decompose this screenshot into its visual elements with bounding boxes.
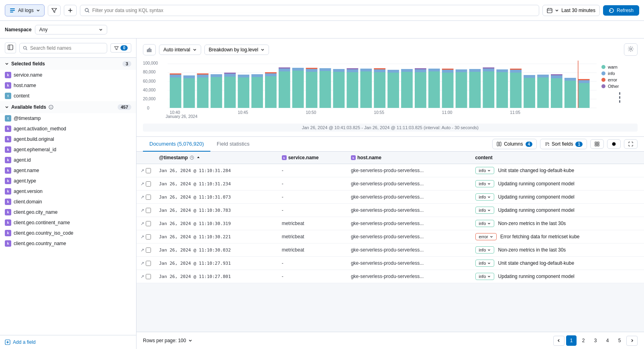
cell-timestamp: Jan 26, 2024 @ 11:10:30.221 — [155, 230, 278, 243]
prev-page-button[interactable] — [553, 336, 565, 346]
field-agent-build[interactable]: k agent.build.original — [0, 134, 136, 144]
table-wrapper: @timestamp k service.name — [137, 152, 644, 332]
row-expand-button[interactable]: ↗ — [141, 221, 144, 226]
row-expand-button[interactable]: ↗ — [141, 181, 144, 187]
svg-text:January 26, 2024: January 26, 2024 — [166, 114, 198, 119]
log-level-badge[interactable]: info — [475, 193, 495, 201]
sort-fields-button[interactable]: Sort fields 1 — [540, 139, 587, 149]
field-agent-version[interactable]: k agent.version — [0, 186, 136, 197]
time-range-button[interactable]: Last 30 minutes — [542, 5, 600, 16]
page-4[interactable]: 4 — [602, 335, 613, 346]
field-agent-type[interactable]: k agent.type — [0, 176, 136, 186]
chart-time-label: Jan 26, 2024 @ 10:41:03.825 - Jan 26, 20… — [143, 124, 638, 132]
row-expand-button[interactable]: ↗ — [141, 195, 144, 200]
log-level-badge[interactable]: info — [475, 273, 495, 280]
row-checkbox[interactable] — [146, 274, 151, 279]
cell-content: info Unit state changed log-default-kube — [471, 164, 644, 177]
row-checkbox[interactable] — [146, 248, 151, 253]
field-agent-name[interactable]: k agent.name — [0, 165, 136, 176]
columns-count: 4 — [526, 142, 533, 147]
panel-toggle-button[interactable] — [5, 43, 16, 53]
row-checkbox[interactable] — [146, 181, 151, 187]
all-logs-button[interactable]: All logs — [5, 4, 45, 16]
auto-interval-button[interactable]: Auto interval — [159, 45, 201, 55]
page-3[interactable]: 3 — [590, 335, 601, 346]
col-service[interactable]: k service.name — [278, 152, 347, 164]
refresh-button[interactable]: Refresh — [603, 5, 639, 16]
log-level-badge[interactable]: info — [475, 260, 495, 267]
field-client-domain[interactable]: k client.domain — [0, 197, 136, 207]
row-expand-button[interactable]: ↗ — [141, 274, 144, 279]
field-host-name[interactable]: k host.name — [0, 80, 136, 91]
breakdown-button[interactable]: Breakdown by log.level — [204, 45, 269, 55]
cell-service: - — [278, 204, 347, 217]
svg-rect-40 — [238, 77, 249, 108]
field-client-country-code[interactable]: k client.geo.country_iso_code — [0, 228, 136, 238]
field-timestamp[interactable]: t @timestamp — [0, 113, 136, 124]
selected-fields-section[interactable]: Selected fields 3 — [0, 58, 136, 70]
chart-type-button[interactable] — [143, 44, 156, 55]
field-agent-ephemeral[interactable]: k agent.ephemeral_id — [0, 144, 136, 155]
add-field-button[interactable]: Add a field — [0, 335, 136, 349]
svg-rect-10 — [147, 49, 148, 52]
grid-view-button[interactable] — [590, 139, 604, 149]
page-1[interactable]: 1 — [566, 335, 577, 346]
cell-timestamp: Jan 26, 2024 @ 11:10:30.783 — [155, 204, 278, 217]
namespace-select[interactable]: Any — [35, 25, 107, 34]
field-agent-activation[interactable]: k agent.activation_method — [0, 124, 136, 134]
next-page-button[interactable] — [626, 336, 638, 346]
chevron-available-icon — [5, 105, 9, 109]
columns-button[interactable]: Columns 4 — [492, 139, 537, 149]
search-fields-text[interactable] — [30, 45, 104, 51]
page-2[interactable]: 2 — [578, 335, 589, 346]
field-client-city[interactable]: k client.geo.city_name — [0, 207, 136, 217]
page-5[interactable]: 5 — [614, 335, 625, 346]
log-level-badge[interactable]: info — [475, 220, 495, 227]
svg-text:10:55: 10:55 — [374, 110, 384, 115]
row-expand-button[interactable]: ↗ — [141, 234, 144, 239]
log-level-badge[interactable]: info — [475, 167, 495, 174]
field-client-continent[interactable]: k client.geo.continent_name — [0, 217, 136, 228]
row-expand-button[interactable]: ↗ — [141, 208, 144, 213]
row-checkbox[interactable] — [146, 261, 151, 266]
cell-service: metricbeat — [278, 217, 347, 230]
row-checkbox[interactable] — [146, 208, 151, 213]
field-content[interactable]: t content — [0, 91, 136, 101]
field-filter-badge[interactable]: 0 — [110, 43, 131, 53]
row-expand-button[interactable]: ↗ — [141, 261, 144, 266]
field-service-name[interactable]: k service.name — [0, 70, 136, 80]
col-host[interactable]: k host.name — [347, 152, 471, 164]
tab-field-statistics[interactable]: Field statistics — [210, 137, 256, 152]
svg-rect-111 — [497, 142, 499, 146]
cell-host: gke-serverless-produ-serverless... — [347, 204, 471, 217]
log-level-badge[interactable]: info — [475, 180, 495, 187]
svg-rect-30 — [183, 78, 195, 108]
log-level-badge[interactable]: info — [475, 207, 495, 214]
filter-button[interactable] — [48, 5, 61, 16]
svg-rect-41 — [238, 75, 249, 77]
field-client-country-name[interactable]: k client.geo.country_name — [0, 238, 136, 249]
row-checkbox[interactable] — [146, 168, 151, 173]
svg-rect-113 — [595, 142, 597, 144]
chart-settings-button[interactable] — [624, 43, 638, 56]
col-timestamp[interactable]: @timestamp — [155, 152, 278, 164]
row-expand-button[interactable]: ↗ — [141, 168, 144, 173]
search-fields-icon — [23, 46, 28, 51]
row-checkbox[interactable] — [146, 234, 151, 239]
log-level-badge[interactable]: info — [475, 246, 495, 254]
row-expand-button[interactable]: ↗ — [141, 248, 144, 253]
fullscreen-button[interactable] — [624, 139, 638, 149]
row-checkbox[interactable] — [146, 195, 151, 200]
tab-documents[interactable]: Documents (5,076,920) — [143, 137, 210, 152]
row-checkbox[interactable] — [146, 221, 151, 226]
svg-rect-1 — [10, 10, 15, 11]
log-level-badge[interactable]: error — [475, 233, 497, 240]
field-agent-id[interactable]: k agent.id — [0, 155, 136, 165]
rows-per-page[interactable]: Rows per page: 100 — [143, 338, 192, 343]
available-fields-section[interactable]: Available fields 457 — [0, 101, 136, 113]
search-input[interactable] — [92, 8, 535, 13]
field-type-k-icon: k — [5, 178, 11, 184]
add-button[interactable] — [64, 5, 77, 16]
svg-rect-38 — [224, 74, 236, 77]
settings-button[interactable] — [607, 139, 621, 149]
